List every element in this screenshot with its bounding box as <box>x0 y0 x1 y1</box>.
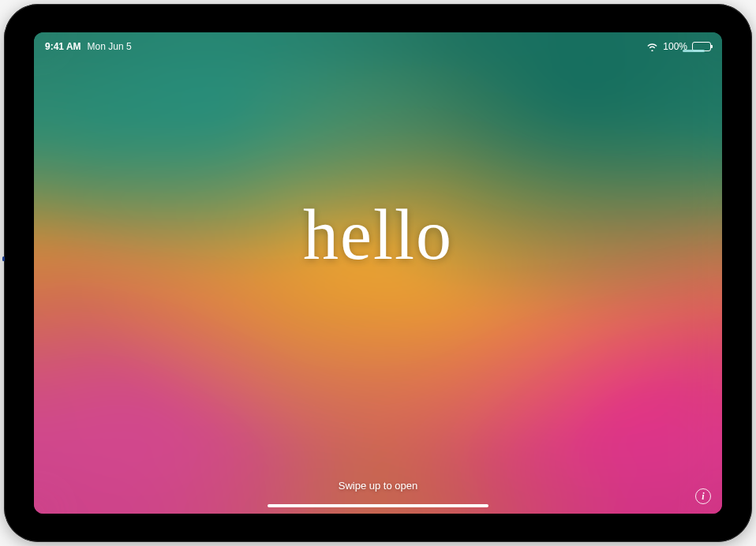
status-bar: 9:41 AM Mon Jun 5 100% <box>34 37 722 56</box>
ipad-device-frame: 9:41 AM Mon Jun 5 100% <box>4 4 752 542</box>
status-left: 9:41 AM Mon Jun 5 <box>45 41 132 52</box>
info-icon: i <box>702 491 704 503</box>
status-time: 9:41 AM <box>45 41 81 52</box>
swipe-up-hint: Swipe up to open <box>339 480 417 492</box>
info-button[interactable]: i <box>695 488 711 504</box>
wifi-icon <box>646 42 658 51</box>
status-date: Mon Jun 5 <box>88 41 132 52</box>
hello-greeting: hello <box>303 194 453 275</box>
side-indicator <box>2 256 5 261</box>
lock-screen[interactable]: 9:41 AM Mon Jun 5 100% <box>34 32 722 514</box>
device-bezel: 9:41 AM Mon Jun 5 100% <box>12 12 744 534</box>
home-indicator-bar[interactable] <box>268 504 488 507</box>
recent-app-indicator[interactable] <box>683 50 705 52</box>
